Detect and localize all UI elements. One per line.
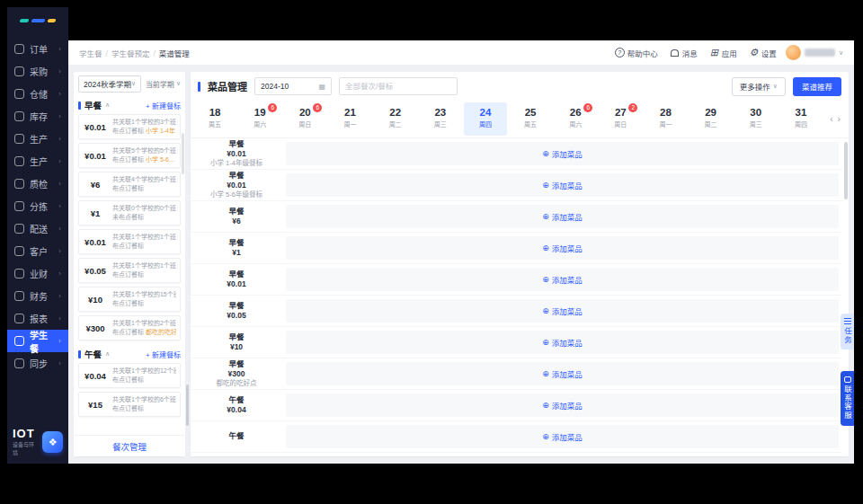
prev-week-icon[interactable]: ‹ <box>830 114 832 124</box>
topbar-action[interactable]: 应用 <box>709 48 737 58</box>
dish-row-header: 早餐 ¥10 <box>191 332 282 352</box>
topbar-action[interactable]: 帮助中心 <box>615 48 658 58</box>
add-dish-link[interactable]: ⊕ 添加菜品 <box>542 400 583 411</box>
meal-standard-card[interactable]: ¥0.04 共关联1个学校的12个班级 布点订餐标 <box>78 363 181 388</box>
add-dish-link[interactable]: ⊕ 添加菜品 <box>542 305 583 316</box>
meal-standard-card[interactable]: ¥6 共关联4个学校的4个班级 布点订餐标 <box>78 172 181 197</box>
day-weekday: 周二 <box>690 119 733 128</box>
add-dish-link[interactable]: ⊕ 添加菜品 <box>542 243 583 253</box>
add-dish-zone[interactable]: ⊕ 添加菜品 <box>286 142 839 165</box>
menu-icon <box>14 314 24 323</box>
add-dish-zone[interactable]: ⊕ 添加菜品 <box>286 393 839 417</box>
calendar-day[interactable]: 23 周三 <box>419 102 462 136</box>
sidebar-item[interactable]: 订单 › <box>7 38 68 60</box>
calendar-day[interactable]: 6 19 周六 <box>238 102 281 136</box>
left-panel-scrollbar[interactable] <box>182 133 184 174</box>
calendar-day[interactable]: 29 周二 <box>690 102 733 136</box>
meal-standard-card[interactable]: ¥0.01 共关联1个学校的1个班级 布点订餐标 <box>78 229 181 254</box>
meal-standard-card[interactable]: ¥0.01 共关联1个学校的3个班级 布点订餐标 小学 1-4年… <box>78 114 181 139</box>
sidebar-item[interactable]: 质检 › <box>7 172 68 195</box>
sidebar-item[interactable]: 客户 › <box>7 240 68 262</box>
user-menu[interactable]: ∨ <box>786 45 843 60</box>
tasks-float-tab[interactable]: 任务 <box>841 314 854 349</box>
accent-bar <box>78 102 81 110</box>
add-dish-link[interactable]: ⊕ 添加菜品 <box>542 180 583 190</box>
day-number: 21 <box>328 107 371 119</box>
add-dish-link[interactable]: ⊕ 添加菜品 <box>542 148 583 159</box>
breadcrumb-item[interactable]: 菜谱管理 <box>149 48 189 58</box>
meal-standard-card[interactable]: ¥0.01 共关联5个学校的5个班级 布点订餐标 小学 5-6… <box>78 143 181 168</box>
calendar-day[interactable]: 24 周四 <box>464 102 507 136</box>
calendar-day[interactable]: 18 周五 <box>193 102 236 136</box>
recipe-recommend-button[interactable]: 菜谱推荐 <box>793 77 841 96</box>
chevron-up-icon[interactable]: ∧ <box>105 102 110 109</box>
sidebar-item[interactable]: 生产 › <box>7 150 68 172</box>
meal-card-line1: 共关联1个学校的2个班级 <box>112 319 176 328</box>
meal-price: ¥0.05 <box>83 266 108 276</box>
add-dish-link[interactable]: ⊕ 添加菜品 <box>542 368 583 379</box>
calendar-day[interactable]: 25 周五 <box>509 102 552 136</box>
sidebar-item[interactable]: 分拣 › <box>7 195 68 217</box>
new-meal-standard-link[interactable]: + 新建餐标 <box>146 349 181 359</box>
meal-card-line2: 布点订餐标 <box>112 242 176 251</box>
calendar-day[interactable]: 31 周四 <box>779 102 823 136</box>
add-dish-zone[interactable]: ⊕ 添加菜品 <box>286 299 839 323</box>
calendar-day[interactable]: 21 周一 <box>328 102 371 136</box>
sidebar-item[interactable]: 采购 › <box>7 60 68 83</box>
calendar-strip: 18 周五 6 19 周六 6 20 周日 <box>191 101 849 138</box>
sidebar-item[interactable]: 库存 › <box>7 105 68 128</box>
add-dish-zone[interactable]: ⊕ 添加菜品 <box>286 236 839 260</box>
breadcrumb-item[interactable]: 学生餐预定 <box>102 48 150 58</box>
more-actions-button[interactable]: 更多操作 ∨ <box>732 77 786 96</box>
calendar-day[interactable]: 6 26 周六 <box>554 102 597 136</box>
topbar-action[interactable]: 消息 <box>670 48 698 58</box>
meal-standard-card[interactable]: ¥10 共关联1个学校的15个班级 布点订餐标 <box>78 287 181 312</box>
add-dish-zone[interactable]: ⊕ 添加菜品 <box>286 425 839 448</box>
meal-standard-card[interactable]: ¥0.05 共关联1个学校的1个班级 布点订餐标 <box>78 258 181 283</box>
topbar-action[interactable]: 设置 <box>749 48 777 58</box>
sidebar-item[interactable]: 学生餐 › <box>7 330 68 352</box>
main-panel-scrollbar[interactable] <box>844 142 848 199</box>
meal-price: ¥10 <box>83 295 108 305</box>
add-dish-zone[interactable]: ⊕ 添加菜品 <box>286 331 839 354</box>
breadcrumb-item[interactable]: 学生餐 <box>79 48 102 58</box>
calendar-day[interactable]: 30 周三 <box>734 102 778 136</box>
next-week-icon[interactable]: › <box>838 114 841 124</box>
sidebar-item[interactable]: 仓储 › <box>7 83 68 105</box>
day-weekday: 周四 <box>779 119 823 128</box>
menu-icon <box>14 66 24 76</box>
semester-select[interactable]: 2024秋季学期 ∨ <box>78 75 141 93</box>
new-meal-standard-link[interactable]: + 新建餐标 <box>146 101 181 111</box>
add-dish-zone[interactable]: ⊕ 添加菜品 <box>286 362 839 385</box>
calendar-day[interactable]: 2 27 周日 <box>599 102 642 136</box>
calendar-day[interactable]: 22 周二 <box>374 102 417 136</box>
add-dish-link[interactable]: ⊕ 添加菜品 <box>542 337 583 348</box>
meal-standard-card[interactable]: ¥1 共关联0个学校的0个班级 未布点餐标 <box>78 200 181 225</box>
sidebar-item[interactable]: 同步 › <box>7 352 68 375</box>
dish-row-header: 早餐 ¥0.01 小学 5-6年级餐标 <box>191 171 282 199</box>
add-dish-link[interactable]: ⊕ 添加菜品 <box>542 211 583 222</box>
search-input[interactable] <box>339 77 458 95</box>
day-weekday: 周一 <box>328 119 371 128</box>
semester-scope-select[interactable]: 当前学期 ∨ <box>146 79 181 89</box>
add-dish-zone[interactable]: ⊕ 添加菜品 <box>286 173 839 197</box>
calendar-day[interactable]: 28 周一 <box>644 102 687 136</box>
calendar-day[interactable]: 6 20 周日 <box>283 102 326 136</box>
sidebar-item[interactable]: 配送 › <box>7 217 68 240</box>
add-dish-zone[interactable]: ⊕ 添加菜品 <box>286 268 839 291</box>
meal-times-manage-button[interactable]: 餐次管理 <box>74 435 185 456</box>
add-dish-link[interactable]: ⊕ 添加菜品 <box>542 431 583 442</box>
contact-support-float-tab[interactable]: 联系客服 <box>841 371 854 426</box>
gap-scrollbar[interactable] <box>186 385 189 426</box>
chevron-up-icon[interactable]: ∧ <box>105 350 110 358</box>
meal-standard-card[interactable]: ¥15 共关联1个学校的6个班级 布点订餐标 <box>78 392 181 417</box>
add-dish-link[interactable]: ⊕ 添加菜品 <box>542 274 583 285</box>
sidebar-item[interactable]: 业财 › <box>7 262 68 285</box>
sidebar-item[interactable]: 报表 › <box>7 307 68 330</box>
sidebar-item[interactable]: 财务 › <box>7 285 68 307</box>
meal-card-info: 共关联1个学校的6个班级 布点订餐标 <box>112 395 176 413</box>
month-picker[interactable]: 2024-10 ▦ <box>254 77 332 95</box>
sidebar-item[interactable]: 生产 › <box>7 128 68 150</box>
meal-standard-card[interactable]: ¥300 共关联1个学校的2个班级 布点订餐标 都吃的吃好点 <box>78 315 181 340</box>
add-dish-zone[interactable]: ⊕ 添加菜品 <box>286 205 839 228</box>
